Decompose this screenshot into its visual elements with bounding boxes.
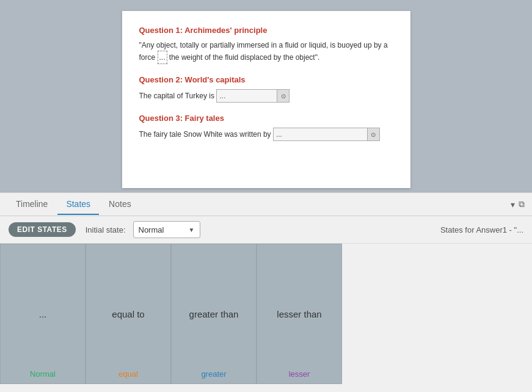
state-card-normal-content: ... [39, 309, 47, 319]
question-1-block: Question 1: Archimedes' principle "Any o… [139, 26, 393, 64]
tabs-row: Timeline States Notes ▾ ⧉ [0, 193, 532, 216]
q1-text-after: the weight of the fluid displaced by the… [167, 53, 320, 62]
state-card-equal[interactable]: equal to equal [86, 244, 171, 384]
q3-text: The fairy tale Snow White was written by [139, 130, 273, 139]
states-for-label: States for Answer1 - "... [440, 225, 523, 234]
state-card-normal-label: Normal [1, 369, 85, 379]
tab-notes[interactable]: Notes [100, 194, 140, 215]
state-card-lesser[interactable]: lesser than lesser [257, 244, 342, 384]
question-1-title: Question 1: Archimedes' principle [139, 26, 393, 35]
edit-states-button[interactable]: EDIT STATES [9, 222, 76, 237]
q2-input-group: ⊙ [216, 89, 290, 103]
states-toolbar: EDIT STATES Initial state: Normal ▼ Stat… [0, 216, 532, 244]
tab-states[interactable]: States [57, 194, 99, 215]
tab-actions: ▾ ⧉ [511, 199, 525, 209]
question-3-block: Question 3: Fairy tales The fairy tale S… [139, 114, 393, 141]
state-card-lesser-label: lesser [257, 369, 341, 379]
question-2-title: Question 2: World's capitals [139, 75, 393, 84]
tab-dropdown-button[interactable]: ▾ [511, 200, 515, 209]
initial-state-label: Initial state: [86, 225, 126, 234]
q2-text: The capital of Turkey is [139, 92, 217, 100]
state-card-normal[interactable]: ... Normal [0, 244, 86, 384]
q3-dropdown-icon[interactable]: ⊙ [368, 128, 380, 141]
state-card-equal-content: equal to [112, 309, 144, 319]
tab-window-button[interactable]: ⧉ [519, 199, 525, 209]
initial-state-dropdown[interactable]: Normal ▼ [133, 221, 200, 238]
state-card-equal-label: equal [86, 369, 170, 379]
q3-input-group: ⊙ [273, 128, 380, 141]
state-dropdown-value: Normal [139, 225, 164, 234]
q2-answer-input[interactable] [216, 89, 277, 103]
question-3-text: The fairy tale Snow White was written by… [139, 128, 393, 141]
bottom-panel: Timeline States Notes ▾ ⧉ EDIT STATES In… [0, 192, 532, 392]
question-2-block: Question 2: World's capitals The capital… [139, 75, 393, 103]
state-card-greater-label: greater [172, 369, 256, 379]
q2-dropdown-icon[interactable]: ⊙ [277, 89, 290, 103]
paper: Question 1: Archimedes' principle "Any o… [122, 11, 410, 188]
q1-selected-word[interactable]: ... [158, 51, 167, 64]
q3-answer-input[interactable] [273, 128, 368, 141]
state-card-lesser-content: lesser than [277, 309, 321, 319]
states-cards: ... Normal equal to equal greater than g… [0, 244, 532, 388]
question-1-text: "Any object, totally or partially immers… [139, 40, 393, 64]
question-3-title: Question 3: Fairy tales [139, 114, 393, 123]
question-2-text: The capital of Turkey is ⊙ [139, 89, 393, 103]
state-card-greater[interactable]: greater than greater [171, 244, 257, 384]
state-card-greater-content: greater than [189, 309, 239, 319]
state-dropdown-arrow-icon: ▼ [189, 227, 195, 233]
canvas-area: Question 1: Archimedes' principle "Any o… [0, 0, 532, 192]
tab-timeline[interactable]: Timeline [7, 194, 56, 215]
